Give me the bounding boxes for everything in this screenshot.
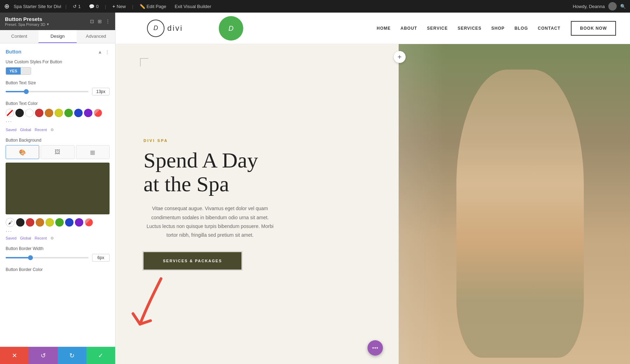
border-width-thumb[interactable] [28,255,33,260]
bg-swatch-red[interactable] [26,218,34,227]
search-icon[interactable]: 🔍 [620,4,626,9]
color-swatch-white[interactable] [25,109,34,117]
tab-design[interactable]: Design [38,30,77,43]
section-header: Button ▲ ⋮ [6,49,110,55]
confirm-button[interactable]: ✓ [86,347,115,364]
nav-blog[interactable]: BLOG [514,26,528,31]
color-swatch-orange[interactable] [45,109,53,117]
panel-title: Button Presets [5,16,49,22]
bg-color-preview[interactable] [6,163,110,214]
comment-count[interactable]: ↺ 1 [71,3,83,10]
tab-advanced[interactable]: Advanced [77,30,115,43]
nav-shop[interactable]: SHOP [491,26,505,31]
bg-color-meta: Saved Global Recent ⚙ [6,236,110,241]
bg-more-dots[interactable]: ··· [6,228,12,235]
bg-swatch-black[interactable] [16,218,24,227]
logo-circle: D [147,20,164,37]
bg-type-pattern[interactable]: ▦ [76,145,110,159]
panel-header-icons: ⊡ ⊞ ⋮ [90,19,110,24]
hero-tag: DIVI SPA [144,138,371,143]
border-width-track[interactable] [6,257,89,258]
bg-swatch-green[interactable] [55,218,64,227]
site-name[interactable]: Spa Starter Site for Divi [14,4,61,9]
add-section-button[interactable]: + [394,51,406,63]
toggle-yes[interactable]: YES [6,67,21,74]
color-swatch-red[interactable] [35,109,43,117]
panel-tabs: Content Design Advanced [0,30,115,43]
brush-icon[interactable]: 🖌 [6,218,15,227]
text-size-value[interactable]: 13px [92,88,110,95]
panel-title-area: Button Presets Preset: Spa Primary 3D ▾ [5,16,49,27]
border-width-label: Button Border Width [6,246,110,252]
nav-service[interactable]: SERVICE [427,26,448,31]
saved-label[interactable]: Saved [6,128,16,132]
text-color-field: Button Text Color ··· Sav [6,101,110,132]
user-avatar[interactable] [608,2,617,10]
bg-type-image[interactable]: 🖼 [41,145,74,159]
bg-swatch-yellow[interactable] [46,218,54,227]
top-bar: ⊕ Spa Starter Site for Divi | ↺ 1 💬 0 | … [0,0,630,13]
border-width-slider-row: 6px [6,254,110,262]
bg-swatch-purple[interactable] [75,218,83,227]
text-size-field: Button Text Size 13px [6,80,110,96]
global-label[interactable]: Global [20,128,31,132]
hero-cta-button[interactable]: SERVICES & PACKAGES [144,252,241,270]
message-count[interactable]: 💬 0 [87,3,100,10]
wordpress-icon[interactable]: ⊕ [4,2,9,10]
color-swatch-green[interactable] [64,109,73,117]
exit-visual-builder-button[interactable]: Exit Visual Builder [173,3,214,10]
color-settings-icon[interactable]: ⚙ [50,128,54,132]
bg-global-label[interactable]: Global [20,236,31,241]
bg-recent-label[interactable]: Recent [35,236,47,241]
face-shape [456,70,584,358]
nav-services[interactable]: SERVICES [457,26,481,31]
color-swatch-blue[interactable] [74,109,83,117]
toggle-no[interactable] [21,67,31,74]
section-more-icon[interactable]: ⋮ [105,49,110,55]
tab-content[interactable]: Content [0,30,38,43]
color-swatch-yellow[interactable] [55,109,63,117]
edit-page-button[interactable]: ✏️ Edit Page [138,3,168,10]
columns-icon[interactable]: ⊞ [98,19,102,24]
undo-button[interactable]: ↺ [29,347,57,364]
color-swatch-purple[interactable] [84,109,92,117]
text-size-fill [6,91,26,92]
text-size-label: Button Text Size [6,80,110,86]
section-icons: ▲ ⋮ [98,49,110,55]
text-size-thumb[interactable] [24,89,29,94]
fullscreen-icon[interactable]: ⊡ [90,19,94,24]
new-button[interactable]: + New [110,3,128,10]
section-title: Button [6,49,21,55]
nav-contact[interactable]: CONTACT [538,26,561,31]
bg-type-paint[interactable]: 🎨 [6,145,39,159]
bg-settings-icon[interactable]: ⚙ [50,236,54,241]
more-colors-dots[interactable]: ··· [6,119,12,125]
color-swatch-black[interactable] [15,109,24,117]
nav-about[interactable]: ABOUT [400,26,417,31]
cancel-button[interactable]: ✕ [0,347,29,364]
website-preview: D D divi HOME ABOUT SERVICE SERVICES SHO… [115,13,630,364]
bg-swatch-orange[interactable] [36,218,44,227]
custom-styles-toggle[interactable]: YES [6,67,31,75]
color-swatch-transparent[interactable] [6,109,14,117]
bg-color-palette: 🖌 [6,218,110,227]
redo-button[interactable]: ↻ [58,347,86,364]
color-swatch-eraser[interactable] [94,109,102,117]
collapse-icon[interactable]: ▲ [98,49,102,55]
more-options-icon[interactable]: ⋮ [105,19,110,24]
recent-label[interactable]: Recent [35,128,47,132]
top-bar-right: Howdy, Deanna 🔍 [573,2,626,10]
text-size-track[interactable] [6,91,89,92]
divi-nav-btn[interactable]: D [219,16,243,41]
bg-swatch-blue[interactable] [65,218,74,227]
border-width-value[interactable]: 6px [92,254,110,262]
panel-preset[interactable]: Preset: Spa Primary 3D ▾ [5,22,49,27]
border-color-label: Button Border Color [6,267,110,273]
bg-swatch-eraser[interactable] [85,218,93,227]
panel-header: Button Presets Preset: Spa Primary 3D ▾ … [0,13,115,30]
nav-home[interactable]: HOME [377,26,391,31]
bg-saved-label[interactable]: Saved [6,236,16,241]
hero-image [399,44,630,364]
custom-styles-field: Use Custom Styles For Button YES [6,59,110,75]
book-now-button[interactable]: BOOK NOW [571,21,616,36]
